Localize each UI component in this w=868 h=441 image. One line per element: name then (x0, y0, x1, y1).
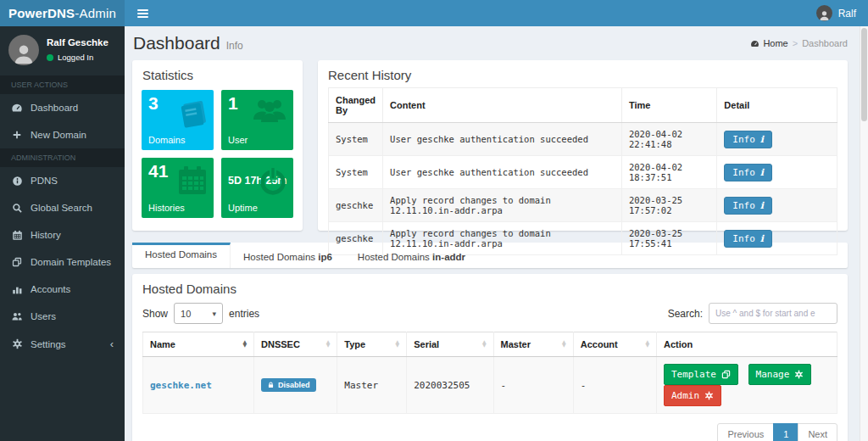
info-button[interactable]: Infoi (724, 164, 772, 181)
sidebar-item-accounts[interactable]: Accounts (0, 276, 125, 303)
page-title: Dashboard (133, 33, 220, 53)
dnssec-status-badge[interactable]: Disabled (261, 378, 316, 392)
sidebar-user-status[interactable]: Logged In (47, 53, 108, 62)
tab-hosted-domains-ip6[interactable]: Hosted Domains ip6 (231, 243, 345, 268)
sidebar-item-domain-templates[interactable]: Domain Templates (0, 248, 125, 276)
stat-value: 1 (228, 93, 238, 114)
column-header-master[interactable]: Master▲▼ (493, 332, 573, 357)
stat-label: Histories (148, 203, 185, 213)
sidebar-item-label: Dashboard (31, 103, 78, 113)
domain-account: - (573, 357, 656, 414)
tab-hosted-domains-in-addr[interactable]: Hosted Domains in-addr (345, 243, 478, 268)
stat-label: Domains (148, 135, 185, 145)
sidebar-item-label: PDNS (31, 176, 58, 186)
domain-serial: 2020032505 (407, 357, 493, 414)
page-size-control: Show 10 ▾ entries (142, 303, 259, 324)
sort-icon: ▲▼ (326, 340, 331, 347)
recent-history-panel: Recent History Changed By Content Time D… (318, 60, 848, 231)
history-content: User geschke authentication succeeded (383, 123, 622, 156)
template-button[interactable]: Template (664, 364, 738, 385)
breadcrumb-home-label: Home (763, 38, 787, 48)
domain-name-link[interactable]: geschke.net (150, 380, 212, 391)
sidebar-user-status-label: Logged In (58, 53, 93, 62)
info-button[interactable]: Infoi (724, 197, 772, 215)
stat-box-uptime[interactable]: 5D 17h 25m Uptime (221, 158, 293, 218)
stat-box-user[interactable]: 1 User (221, 90, 293, 150)
page-size-select[interactable]: 10 ▾ (174, 303, 223, 324)
navbar-username: Ralf (838, 8, 856, 20)
navbar-user-menu[interactable]: Ralf (816, 5, 868, 21)
gear-icon (704, 391, 714, 400)
sidebar-item-label: Settings (31, 339, 66, 349)
info-icon: i (760, 134, 764, 145)
show-label: Show (142, 308, 168, 320)
history-time: 2020-03-25 17:57:02 (621, 189, 716, 222)
power-off-icon (257, 164, 289, 201)
sidebar-item-users[interactable]: Users (0, 303, 125, 330)
manage-button[interactable]: Manage (748, 364, 812, 385)
sidebar-item-settings[interactable]: Settings ‹ (0, 330, 125, 358)
sidebar-item-label: Users (31, 311, 56, 321)
sidebar-item-label: Accounts (31, 284, 70, 294)
breadcrumb-current: Dashboard (802, 38, 848, 48)
statistics-grid: 3 Domains 1 User 41 (132, 87, 303, 227)
brand-logo[interactable]: PowerDNS-Admin (0, 0, 125, 26)
chevron-left-icon: ‹ (110, 338, 114, 350)
pagination-page-1-button[interactable]: 1 (773, 423, 798, 441)
tachometer-icon (750, 39, 760, 48)
sidebar-toggle-button[interactable] (125, 0, 161, 26)
recent-history-title: Recent History (318, 60, 848, 87)
sort-icon: ▲▼ (482, 340, 487, 347)
user-avatar (8, 35, 39, 65)
scrollbar-thumb[interactable] (861, 28, 867, 121)
statistics-panel: Statistics 3 Domains 1 User (132, 60, 303, 231)
page-title-group: DashboardInfo (133, 33, 243, 53)
history-content: User geschke authentication succeeded (383, 156, 622, 189)
page-size-value: 10 (181, 309, 191, 319)
scrollbar-track[interactable] (860, 26, 868, 441)
sidebar-item-pdns[interactable]: PDNS (0, 167, 125, 194)
history-content: Apply record changes to domain 12.11.10.… (383, 189, 622, 222)
column-header-type[interactable]: Type▲▼ (337, 332, 407, 357)
tab-hosted-domains[interactable]: Hosted Domains (132, 243, 231, 268)
gear-icon (794, 370, 804, 379)
info-button[interactable]: Infoi (724, 230, 772, 248)
column-header-dnssec[interactable]: DNSSEC▲▼ (254, 332, 337, 357)
column-header-action: Action (657, 332, 837, 357)
column-header-account[interactable]: Account▲▼ (573, 332, 656, 357)
history-row: System User geschke authentication succe… (329, 123, 837, 156)
sidebar-section-user-actions: USER ACTIONS (0, 75, 125, 94)
sidebar-item-new-domain[interactable]: New Domain (0, 121, 125, 148)
hosted-domains-title: Hosted Domains (132, 274, 848, 300)
breadcrumb-home[interactable]: Home (750, 38, 787, 48)
admin-button[interactable]: Admin (664, 385, 721, 406)
column-header-serial[interactable]: Serial▲▼ (407, 332, 493, 357)
sort-icon: ▲▼ (396, 340, 400, 347)
hosted-domains-table: Name▲▼ DNSSEC▲▼ Type▲▼ Serial▲▼ Master▲▼… (142, 332, 837, 414)
info-button[interactable]: Infoi (724, 131, 772, 148)
domain-row: geschke.net Disabled Master 2020032505 -… (143, 357, 837, 414)
info-icon: i (760, 200, 764, 211)
hosted-domains-panel: Hosted Domains Show 10 ▾ entries Search: (132, 274, 848, 441)
sidebar: Ralf Geschke Logged In USER ACTIONS Dash… (0, 26, 125, 441)
domain-type: Master (337, 357, 407, 414)
search-input[interactable] (709, 303, 837, 324)
column-header-name[interactable]: Name▲▼ (143, 332, 254, 357)
history-time: 2020-04-02 22:41:48 (621, 123, 716, 156)
clone-icon (11, 256, 23, 268)
brand-bold: PowerDNS (8, 6, 75, 20)
calendar-icon (175, 164, 209, 201)
pagination-previous-button[interactable]: Previous (717, 423, 774, 441)
navbar-avatar (816, 5, 832, 21)
sidebar-item-dashboard[interactable]: Dashboard (0, 94, 125, 121)
domain-master: - (493, 357, 573, 414)
sidebar-item-history[interactable]: History (0, 221, 125, 248)
pagination-next-button[interactable]: Next (798, 423, 837, 441)
stat-box-histories[interactable]: 41 Histories (142, 158, 214, 218)
stat-box-domains[interactable]: 3 Domains (142, 90, 214, 150)
info-icon: i (760, 233, 764, 244)
search-control: Search: (668, 303, 837, 324)
sidebar-item-global-search[interactable]: Global Search (0, 194, 125, 221)
lock-icon (267, 381, 275, 389)
stat-label: Uptime (228, 203, 258, 213)
